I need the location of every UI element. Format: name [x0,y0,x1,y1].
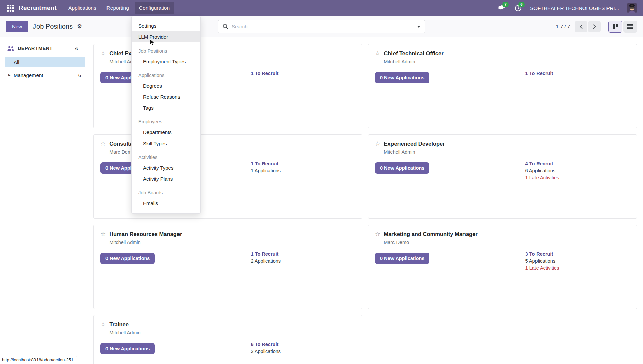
star-icon[interactable]: ☆ [100,231,106,238]
nav-menu-applications[interactable]: Applications [64,2,101,14]
menu-item-activity-plans[interactable]: Activity Plans [132,173,200,184]
to-recruit-stat[interactable]: 4 To Recruit [525,160,559,167]
app-name[interactable]: Recruitment [19,4,57,12]
apps-grid-icon[interactable] [6,4,15,12]
recruiter-name: Marc Demo [384,240,478,245]
gear-icon[interactable]: ⚙ [77,24,82,29]
menu-section-job-positions: Job Positions [132,46,200,56]
search-dropdown-toggle[interactable] [412,20,425,33]
menu-item-tags[interactable]: Tags [132,102,200,113]
view-switcher [608,21,637,33]
control-panel-right: 1-7 / 7 [425,21,637,33]
applications-stat[interactable]: 5 Applications [525,258,559,265]
job-title[interactable]: Experienced Developer [384,140,445,147]
search-input[interactable] [232,24,412,29]
view-list-button[interactable] [623,21,637,33]
star-icon[interactable]: ☆ [100,140,106,147]
card-stats: 6 To Recruit 3 Applications [251,341,281,355]
messages-badge: 7 [502,2,508,7]
applications-stat[interactable]: 6 Applications [525,167,559,174]
to-recruit-stat[interactable]: 6 To Recruit [251,341,281,348]
to-recruit-stat[interactable]: 1 To Recruit [251,160,281,167]
menu-item-employment-types[interactable]: Employment Types [132,56,200,67]
card-stats: 4 To Recruit 6 Applications 1 Late Activ… [525,160,559,181]
new-applications-button[interactable]: 0 New Applications [100,253,155,264]
expand-caret-icon[interactable]: ▶ [8,73,11,77]
avatar[interactable] [627,3,637,13]
card-stats: 3 To Recruit 5 Applications 1 Late Activ… [525,251,559,272]
job-position-card[interactable]: ☆ Human Resources Manager Mitchell Admin… [93,225,362,309]
applications-stat[interactable]: 3 Applications [251,348,281,355]
star-icon[interactable]: ☆ [375,50,380,57]
activities-badge: 6 [518,2,524,7]
kanban-icon [613,24,618,29]
to-recruit-stat[interactable]: 1 To Recruit [251,70,279,77]
card-header: ☆ Chief Technical Officer Mitchell Admin [375,50,630,64]
to-recruit-stat[interactable]: 1 To Recruit [525,70,553,77]
company-name[interactable]: SOFTHEALER TECHNOLOGIES PRI... [530,5,619,11]
menu-item-emails[interactable]: Emails [132,198,200,209]
menu-section-employees: Employees [132,117,200,127]
new-button[interactable]: New [6,21,28,32]
configuration-dropdown: SettingsLLM ProviderJob PositionsEmploym… [131,16,201,214]
new-applications-button[interactable]: 0 New Applications [375,162,429,174]
department-count: 6 [78,72,81,78]
job-position-card[interactable]: ☆ Marketing and Community Manager Marc D… [368,225,637,309]
star-icon[interactable]: ☆ [100,321,106,328]
job-title[interactable]: Human Resources Manager [109,231,182,238]
star-icon[interactable]: ☆ [100,50,106,57]
menu-item-skill-types[interactable]: Skill Types [132,138,200,149]
apps-grid-glyph [7,5,14,12]
job-position-card[interactable]: ☆ Experienced Developer Mitchell Admin 0… [368,134,637,219]
messages-button[interactable]: 7 [498,4,506,12]
recruiter-name: Mitchell Admin [384,59,444,64]
job-title[interactable]: Marketing and Community Manager [384,231,478,238]
sidebar-item-all[interactable]: All [5,57,85,67]
recruiter-name: Mitchell Admin [109,240,182,245]
applications-stat[interactable]: 1 Applications [251,167,281,174]
view-kanban-button[interactable] [608,21,622,33]
new-applications-button[interactable]: 0 New Applications [100,343,155,354]
job-title[interactable]: Trainee [109,321,140,328]
menu-item-settings[interactable]: Settings [132,20,200,31]
app-window: Recruitment ApplicationsReportingConfigu… [0,0,643,364]
nav-menu-configuration[interactable]: Configuration [135,2,174,14]
top-navbar: Recruitment ApplicationsReportingConfigu… [0,0,643,16]
department-sidebar: « DEPARTMENT All▶Management6 [0,37,90,364]
pager-prev-button[interactable] [575,21,587,32]
collapse-sidebar-icon[interactable]: « [75,45,78,51]
applications-stat[interactable]: 2 Applications [251,258,281,265]
page-title: Job Positions [33,23,73,30]
menu-item-departments[interactable]: Departments [132,127,200,138]
nav-menu-reporting[interactable]: Reporting [102,2,133,14]
star-icon[interactable]: ☆ [375,140,380,147]
menu-item-llm-provider[interactable]: LLM Provider [132,31,200,42]
menu-item-refuse-reasons[interactable]: Refuse Reasons [132,91,200,102]
search-bar [218,20,425,33]
pager-next-button[interactable] [588,21,601,32]
avatar-image [627,3,637,13]
job-title[interactable]: Chief Technical Officer [384,50,444,57]
menu-item-degrees[interactable]: Degrees [132,80,200,91]
menu-section-job-boards: Job Boards [132,188,200,198]
navbar-left: Recruitment ApplicationsReportingConfigu… [6,2,175,14]
menu-section-activities: Activities [132,152,200,162]
sidebar-item-management[interactable]: ▶Management6 [5,70,85,80]
star-icon[interactable]: ☆ [375,231,380,238]
late-activities-stat[interactable]: 1 Late Activities [525,265,559,272]
to-recruit-stat[interactable]: 1 To Recruit [251,251,281,258]
new-applications-button[interactable]: 0 New Applications [375,253,429,264]
job-position-card[interactable]: ☆ Trainee Mitchell Admin 0 New Applicati… [93,315,362,364]
activities-button[interactable]: 6 [514,4,522,12]
chevron-down-icon [417,26,420,28]
sidebar-item-label: Management [14,72,43,78]
menu-item-activity-types[interactable]: Activity Types [132,162,200,173]
late-activities-stat[interactable]: 1 Late Activities [525,174,559,181]
to-recruit-stat[interactable]: 3 To Recruit [525,251,559,258]
department-icon [7,46,14,51]
job-position-card[interactable]: ☆ Chief Technical Officer Mitchell Admin… [368,44,637,128]
navbar-menu-items: ApplicationsReportingConfiguration [64,2,175,14]
recruiter-name: Mitchell Admin [384,149,445,155]
search-icon [223,24,228,29]
new-applications-button[interactable]: 0 New Applications [375,72,429,83]
